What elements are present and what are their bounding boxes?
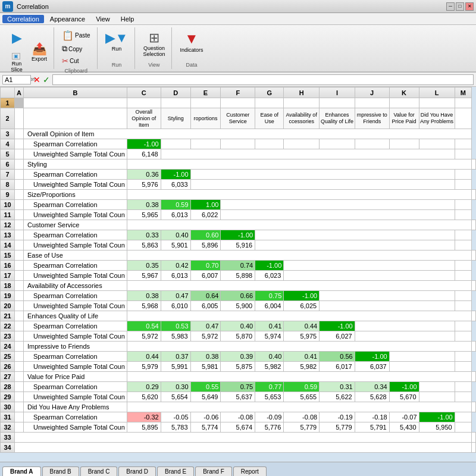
row-header-32[interactable]: 32 [1, 422, 15, 433]
cell-f16[interactable]: 0.74 [221, 261, 255, 271]
row-header-27[interactable]: 27 [1, 372, 15, 382]
row-header-2[interactable]: 2 [1, 108, 15, 129]
cell-m15[interactable] [472, 250, 476, 261]
cell-k2[interactable]: Value for Price Paid [389, 108, 419, 129]
cell-a29[interactable] [15, 392, 24, 402]
cell-b22[interactable]: Spearman Correlation [23, 321, 127, 331]
cell-m30[interactable] [472, 402, 476, 412]
cell-e29[interactable]: 5,649 [190, 392, 221, 402]
cell-m4[interactable] [455, 139, 471, 149]
cell-h20[interactable]: 6,025 [284, 301, 320, 311]
cell-h19[interactable]: -1.00 [284, 291, 320, 301]
tab-brand-e[interactable]: Brand E [157, 466, 194, 476]
cell-c29[interactable]: 5,620 [127, 392, 161, 402]
cell-m32[interactable] [455, 422, 471, 433]
row-header-30[interactable]: 30 [1, 402, 15, 412]
cell-b19[interactable]: Spearman Correlation [23, 291, 127, 301]
maximize-button[interactable]: □ [456, 2, 464, 11]
row-header-31[interactable]: 31 [1, 412, 15, 422]
cell-h29[interactable]: 5,655 [284, 392, 320, 402]
cell-reference[interactable]: A1 [2, 75, 31, 84]
cell-a30[interactable] [15, 402, 24, 412]
menu-correlation[interactable]: Correlation [2, 15, 44, 23]
cell-c15[interactable] [127, 250, 471, 261]
cell-j26[interactable]: 6,037 [355, 362, 389, 372]
cell-c18[interactable] [127, 281, 471, 291]
cell-b2[interactable] [23, 108, 127, 129]
cell-g29[interactable]: 5,653 [255, 392, 284, 402]
cell-g20[interactable]: 6,004 [255, 301, 284, 311]
cell-a8[interactable] [15, 180, 24, 190]
cell-m27[interactable] [472, 372, 476, 382]
cell-d11[interactable]: 6,013 [161, 210, 190, 220]
cell-c1[interactable] [127, 98, 161, 108]
cell-a19[interactable] [15, 291, 24, 301]
tab-brand-a[interactable]: Brand A [2, 466, 41, 476]
col-header-d[interactable]: D [161, 87, 190, 98]
row-header-6[interactable]: 6 [1, 159, 15, 170]
cell-g19[interactable]: 0.75 [255, 291, 284, 301]
cell-c9[interactable] [127, 190, 471, 200]
cell-b13[interactable]: Spearman Correlation [23, 230, 127, 240]
cell-f20[interactable]: 5,900 [221, 301, 255, 311]
cell-c4[interactable]: -1.00 [127, 139, 161, 149]
window-controls[interactable]: ─ □ ✕ [446, 2, 474, 11]
cell-d1[interactable] [161, 98, 190, 108]
col-header-f[interactable]: F [221, 87, 255, 98]
cell-d16[interactable]: 0.42 [161, 261, 190, 271]
cell-a23[interactable] [15, 331, 24, 342]
row-header-25[interactable]: 25 [1, 352, 15, 362]
cell-a7[interactable] [15, 170, 24, 180]
row-header-29[interactable]: 29 [1, 392, 15, 402]
cell-e16[interactable]: 0.70 [190, 261, 221, 271]
cell-a25[interactable] [15, 352, 24, 362]
cell-e17[interactable]: 6,007 [190, 271, 221, 281]
confirm-formula-button[interactable]: ✓ [43, 75, 50, 84]
cell-g17[interactable]: 6,023 [255, 271, 284, 281]
cell-j28[interactable]: 0.34 [355, 382, 389, 392]
cell-d2[interactable]: Styling [161, 108, 190, 129]
cell-f4[interactable] [221, 139, 255, 149]
cell-m18[interactable] [472, 281, 476, 291]
cell-f29[interactable]: 5,637 [221, 392, 255, 402]
col-header-b[interactable]: B [23, 87, 127, 98]
cell-m11[interactable] [455, 210, 471, 220]
cell-m26[interactable] [455, 362, 471, 372]
cell-d14[interactable]: 5,901 [161, 240, 190, 250]
cell-b28[interactable]: Spearman Correlation [23, 382, 127, 392]
cell-e19[interactable]: 0.64 [190, 291, 221, 301]
cell-d26[interactable]: 5,991 [161, 362, 190, 372]
cell-e31[interactable]: -0.06 [190, 412, 221, 422]
cell-h26[interactable]: 5,982 [284, 362, 320, 372]
cell-c19[interactable]: 0.38 [127, 291, 161, 301]
col-header-g[interactable]: G [255, 87, 284, 98]
cell-m13[interactable] [455, 230, 471, 240]
cell-e22[interactable]: 0.47 [190, 321, 221, 331]
cell-j22[interactable] [355, 321, 455, 331]
cell-m31[interactable] [455, 412, 471, 422]
row-header-21[interactable]: 21 [1, 311, 15, 321]
cell-l4[interactable] [419, 139, 455, 149]
cell-h32[interactable]: 5,779 [284, 422, 320, 433]
cell-c11[interactable]: 5,965 [127, 210, 161, 220]
close-button[interactable]: ✕ [465, 2, 474, 11]
cell-b25[interactable]: Spearman Correlation [23, 352, 127, 362]
cell-b21[interactable]: Enhances Quality of Life [23, 311, 127, 321]
copy-button[interactable]: ⧉ Copy [59, 43, 93, 55]
row-header-26[interactable]: 26 [1, 362, 15, 372]
cell-b4[interactable]: Spearman Correlation [23, 139, 127, 149]
cell-h22[interactable]: 0.44 [284, 321, 320, 331]
cell-m7[interactable] [455, 170, 471, 180]
cell-h23[interactable]: 5,975 [284, 331, 320, 342]
cell-k1[interactable] [389, 98, 419, 108]
cell-m23[interactable] [455, 331, 471, 342]
cell-g1[interactable] [255, 98, 284, 108]
row-header-4[interactable]: 4 [1, 139, 15, 149]
cell-b30[interactable]: Did You Have Any Problems [23, 402, 127, 412]
cell-m28[interactable] [455, 382, 471, 392]
cell-c27[interactable] [127, 372, 471, 382]
cell-d28[interactable]: 0.30 [161, 382, 190, 392]
cell-a5[interactable] [15, 149, 24, 159]
cell-g4[interactable] [255, 139, 284, 149]
cell-m17[interactable] [455, 271, 471, 281]
